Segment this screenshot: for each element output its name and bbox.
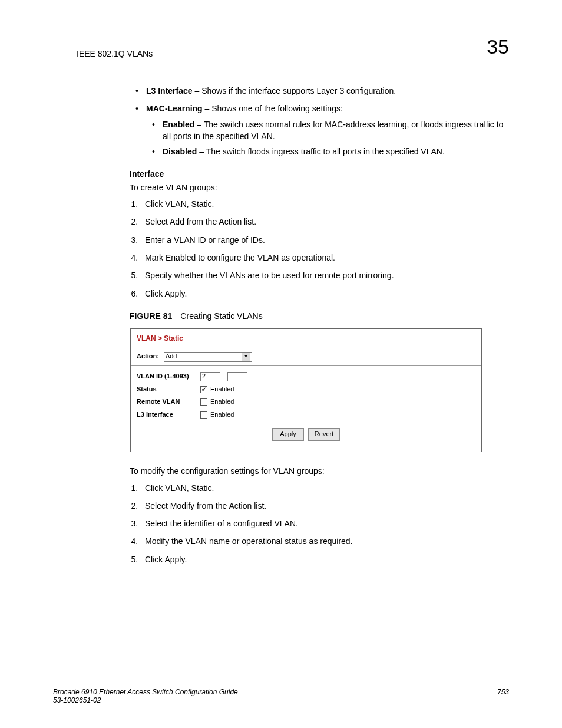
- l3-label: L3 Interface: [137, 410, 200, 420]
- remote-enabled-text: Enabled: [210, 397, 234, 407]
- sub-list: Enabled – The switch uses normal rules f…: [146, 118, 509, 158]
- footer-book: Brocade 6910 Ethernet Access Switch Conf…: [53, 688, 238, 696]
- desc: – The switch floods ingress traffic to a…: [197, 147, 444, 156]
- step: Modify the VLAN name or operational stat…: [140, 535, 509, 547]
- header-section: IEEE 802.1Q VLANs: [53, 49, 153, 58]
- desc: – Shows if the interface supports Layer …: [193, 86, 396, 95]
- l3-checkbox[interactable]: [200, 411, 207, 419]
- status-enabled-text: Enabled: [210, 385, 234, 394]
- step: Enter a VLAN ID or range of IDs.: [140, 234, 509, 246]
- footer-page: 753: [497, 688, 509, 704]
- modify-steps: Click VLAN, Static. Select Modify from t…: [130, 482, 509, 565]
- body-content: L3 Interface – Shows if the interface su…: [53, 85, 509, 565]
- list-item: Disabled – The switch floods ingress tra…: [146, 146, 509, 157]
- vlan-id-row: VLAN ID (1-4093) 2 -: [137, 372, 475, 381]
- status-label: Status: [137, 385, 200, 394]
- fig-body: VLAN ID (1-4093) 2 - Status ✔ Enabled Re…: [131, 366, 481, 452]
- term: Enabled: [163, 120, 194, 129]
- list-item: Enabled – The switch uses normal rules f…: [146, 118, 509, 143]
- fig-buttons: Apply Revert: [137, 423, 475, 447]
- step: Click VLAN, Static.: [140, 198, 509, 210]
- footer-docnum: 53-1002651-02: [53, 696, 238, 704]
- list-item: L3 Interface – Shows if the interface su…: [130, 85, 509, 97]
- remote-vlan-row: Remote VLAN Enabled: [137, 397, 475, 407]
- term: MAC-Learning: [146, 104, 203, 113]
- step: Click Apply.: [140, 554, 509, 565]
- vlan-id-label: VLAN ID (1-4093): [137, 372, 200, 381]
- create-steps: Click VLAN, Static. Select Add from the …: [130, 198, 509, 299]
- revert-button[interactable]: Revert: [308, 428, 340, 441]
- step: Select Modify from the Action list.: [140, 500, 509, 512]
- l3-enabled-text: Enabled: [210, 410, 234, 420]
- chapter-number: 35: [487, 35, 509, 58]
- step: Select Add from the Action list.: [140, 216, 509, 228]
- figure-number: FIGURE 81: [130, 311, 172, 321]
- remote-vlan-checkbox[interactable]: [200, 398, 207, 406]
- action-row: Action: Add ▼: [131, 348, 481, 366]
- page-header: IEEE 802.1Q VLANs 35: [53, 35, 509, 61]
- figure-screenshot: VLAN > Static Action: Add ▼ VLAN ID (1-4…: [130, 328, 482, 452]
- step: Select the identifier of a configured VL…: [140, 518, 509, 529]
- step: Specify whether the VLANs are to be used…: [140, 269, 509, 281]
- apply-button[interactable]: Apply: [272, 428, 304, 441]
- status-checkbox[interactable]: ✔: [200, 386, 207, 393]
- footer-left: Brocade 6910 Ethernet Access Switch Conf…: [53, 688, 238, 704]
- action-select[interactable]: Add ▼: [164, 352, 252, 362]
- desc: – Shows one of the following settings:: [203, 104, 343, 113]
- action-label: Action:: [137, 352, 159, 361]
- step: Click VLAN, Static.: [140, 482, 509, 494]
- l3-interface-row: L3 Interface Enabled: [137, 410, 475, 420]
- chevron-down-icon: ▼: [242, 353, 250, 361]
- figure-title: Creating Static VLANs: [180, 311, 262, 321]
- page-footer: Brocade 6910 Ethernet Access Switch Conf…: [53, 688, 509, 704]
- remote-vlan-label: Remote VLAN: [137, 397, 200, 407]
- desc: – The switch uses normal rules for MAC-a…: [163, 120, 503, 141]
- status-row: Status ✔ Enabled: [137, 385, 475, 394]
- vlan-id-from-input[interactable]: 2: [200, 372, 220, 381]
- term: L3 Interface: [146, 86, 193, 95]
- modify-intro: To modify the configuration settings for…: [130, 465, 509, 477]
- step: Mark Enabled to configure the VLAN as op…: [140, 252, 509, 263]
- range-dash: -: [223, 372, 225, 381]
- list-item: MAC-Learning – Shows one of the followin…: [130, 103, 509, 157]
- term: Disabled: [163, 147, 197, 156]
- step: Click Apply.: [140, 288, 509, 299]
- figure-caption: FIGURE 81Creating Static VLANs: [130, 310, 509, 322]
- param-list: L3 Interface – Shows if the interface su…: [130, 85, 509, 157]
- interface-heading: Interface: [130, 168, 509, 180]
- interface-intro: To create VLAN groups:: [130, 182, 509, 193]
- fig-breadcrumb: VLAN > Static: [131, 329, 481, 348]
- vlan-id-to-input[interactable]: [227, 372, 247, 381]
- action-value: Add: [166, 352, 177, 361]
